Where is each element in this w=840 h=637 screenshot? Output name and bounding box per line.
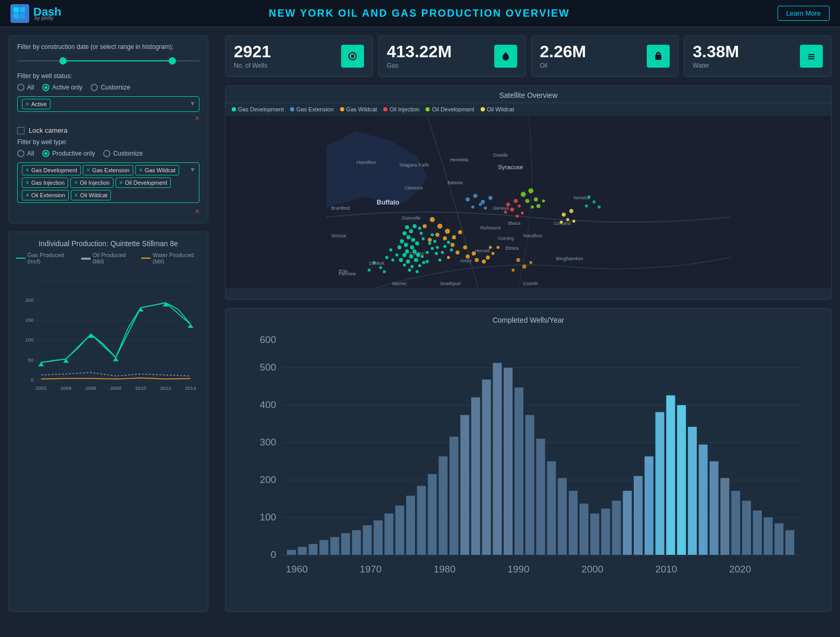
svg-point-126	[428, 238, 432, 242]
legend-oil-inj-label: Oil Injection	[390, 106, 419, 112]
bottom-section: Completed Wells/Year 0 100 200 300 400 5…	[225, 308, 832, 612]
svg-marker-22	[39, 363, 44, 366]
left-panel: Filter by construction date (or select r…	[8, 35, 217, 612]
svg-text:2010: 2010	[135, 385, 146, 391]
svg-text:2000: 2000	[581, 564, 603, 575]
tag-oil-ext-remove[interactable]: ×	[26, 192, 29, 199]
welltype-clear-button[interactable]: ×	[195, 207, 199, 215]
stat-gas-info: 413.22M Gas	[387, 43, 452, 69]
page-title: NEW YORK OIL AND GAS PRODUCTION OVERVIEW	[61, 7, 778, 19]
status-all-radio[interactable]: All	[17, 84, 34, 91]
slider-thumb-right[interactable]	[169, 57, 176, 65]
welltype-dropdown-arrow[interactable]: ▼	[190, 166, 196, 173]
svg-rect-0	[14, 7, 19, 12]
tag-active-remove[interactable]: ×	[26, 100, 29, 108]
svg-text:Corinth: Corinth	[523, 281, 538, 286]
status-active-radio[interactable]: Active only	[42, 84, 82, 91]
svg-point-165	[529, 261, 532, 264]
lock-camera-row: Lock camera	[17, 126, 199, 134]
tag-oil-inj-remove[interactable]: ×	[74, 179, 78, 186]
welltype-tags-container[interactable]: × Gas Development × Gas Extension × Gas …	[17, 162, 199, 203]
tag-gas-wild[interactable]: × Gas Wildcat	[135, 165, 179, 175]
map-container[interactable]: Satellite Overview Gas Development Gas E…	[225, 85, 832, 300]
lock-camera-checkbox[interactable]	[17, 127, 24, 134]
welltype-productive-radio[interactable]: Productive only	[42, 150, 95, 157]
tag-gas-inj-remove[interactable]: ×	[26, 179, 29, 186]
svg-rect-192	[298, 547, 307, 555]
tag-gas-ext-remove[interactable]: ×	[86, 167, 90, 174]
svg-text:Niagara Falls: Niagara Falls	[399, 162, 429, 168]
status-clear-button[interactable]: ×	[195, 114, 199, 122]
svg-rect-235	[764, 518, 773, 555]
svg-point-127	[458, 230, 462, 234]
slider-thumb-left[interactable]	[59, 57, 67, 65]
oil-legend: Oil Produced (bbl)	[81, 252, 133, 264]
status-tags-container[interactable]: × Active ▼	[17, 96, 199, 112]
svg-point-83	[406, 260, 410, 264]
production-chart-svg: 0 50 100 150 200 2002 2004 2006 2008 201…	[16, 267, 200, 403]
svg-point-148	[529, 188, 534, 194]
svg-rect-225	[656, 412, 665, 555]
svg-point-138	[489, 246, 492, 249]
svg-text:Richmond: Richmond	[480, 225, 500, 231]
status-all-label: All	[27, 84, 34, 91]
legend-oil-inj-dot	[383, 107, 387, 111]
svg-point-125	[452, 235, 456, 239]
tag-gas-wild-label: Gas Wildcat	[145, 167, 175, 173]
tag-oil-ext[interactable]: × Oil Extension	[22, 190, 69, 200]
tag-active[interactable]: × Active	[22, 99, 51, 109]
status-all-circle	[17, 84, 24, 91]
svg-rect-237	[785, 530, 794, 555]
tag-oil-dev[interactable]: × Oil Development	[116, 177, 171, 188]
svg-text:Smethport: Smethport	[440, 281, 461, 286]
status-dropdown-arrow[interactable]: ▼	[190, 100, 196, 107]
svg-text:200: 200	[260, 474, 277, 485]
date-range-slider[interactable]	[17, 55, 199, 67]
stat-card-oil: 2.26M Oil	[531, 35, 679, 77]
svg-point-80	[409, 254, 413, 259]
tag-oil-dev-remove[interactable]: ×	[119, 179, 123, 186]
tag-oil-wild-remove[interactable]: ×	[74, 192, 78, 199]
svg-text:1990: 1990	[508, 564, 530, 575]
svg-point-71	[411, 238, 415, 242]
tag-gas-dev[interactable]: × Gas Development	[22, 165, 81, 175]
svg-rect-210	[493, 363, 502, 555]
welltype-customize-label: Customize	[113, 150, 143, 157]
svg-text:Elmira: Elmira	[506, 246, 519, 251]
svg-point-85	[421, 255, 424, 258]
svg-rect-191	[287, 550, 296, 555]
svg-point-142	[510, 208, 515, 212]
svg-rect-228	[688, 427, 697, 555]
status-customize-radio[interactable]: Customize	[91, 84, 130, 91]
tag-oil-wild[interactable]: × Oil Wildcat	[71, 190, 111, 200]
svg-point-73	[415, 241, 419, 246]
svg-text:300: 300	[260, 437, 277, 448]
tag-oil-inj[interactable]: × Oil Injection	[70, 177, 114, 188]
tag-gas-ext[interactable]: × Gas Extension	[83, 165, 133, 175]
tag-gas-wild-remove[interactable]: ×	[139, 167, 143, 174]
svg-text:Brantford: Brantford	[331, 206, 350, 211]
svg-text:2008: 2008	[110, 385, 121, 391]
svg-text:2004: 2004	[60, 385, 72, 391]
tag-gas-inj[interactable]: × Gas Injection	[22, 177, 68, 188]
svg-point-117	[471, 206, 474, 209]
welltype-radio-group: All Productive only Customize	[17, 150, 199, 157]
svg-point-96	[428, 242, 431, 245]
tag-gas-dev-remove[interactable]: ×	[26, 167, 29, 174]
svg-point-90	[425, 260, 429, 263]
lock-camera-label: Lock camera	[29, 126, 67, 134]
stat-card-wells: 2921 No. of Wells	[225, 35, 373, 77]
svg-text:Warren: Warren	[392, 281, 406, 286]
svg-point-131	[463, 245, 467, 249]
welltype-all-radio[interactable]: All	[17, 150, 34, 157]
map-body[interactable]: Hamilton Niagara Falls Brantford Simcoe …	[225, 116, 831, 288]
right-panel: 2921 No. of Wells 413.22M Gas	[225, 35, 832, 612]
stat-wells-info: 2921 No. of Wells	[234, 43, 271, 69]
learn-more-button[interactable]: Learn More	[778, 6, 830, 21]
svg-point-111	[391, 259, 394, 262]
svg-point-145	[521, 211, 524, 214]
svg-point-110	[385, 256, 388, 259]
welltype-customize-radio[interactable]: Customize	[103, 150, 143, 157]
svg-text:1980: 1980	[434, 564, 456, 575]
tag-oil-ext-label: Oil Extension	[31, 192, 65, 198]
